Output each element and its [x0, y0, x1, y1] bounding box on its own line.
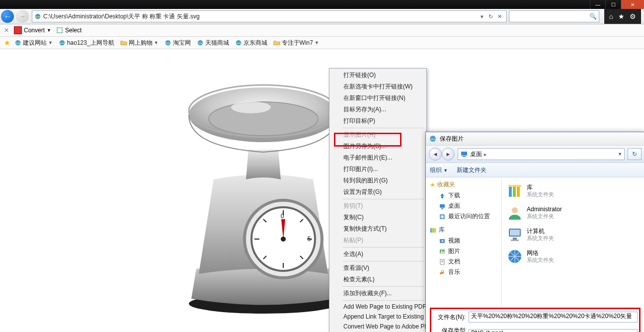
organize-button[interactable]: 组织 ▼ — [430, 166, 448, 174]
favorites-bar: ★ 建议网站▼hao123_上网导航网上购物▼淘宝网天猫商城京东商城专注于Win… — [0, 37, 644, 49]
filetype-select[interactable]: PNG (*.png) — [469, 329, 638, 332]
context-menu-item[interactable]: 打印图片(I)... — [329, 164, 426, 175]
context-menu-item[interactable]: 打开链接(O) — [329, 70, 426, 81]
svg-rect-49 — [510, 230, 520, 236]
sidebar-item[interactable]: 文档 — [430, 256, 499, 267]
context-menu: 打开链接(O)在新选项卡中打开链接(W)在新窗口中打开链接(N)目标另存为(A)… — [329, 68, 427, 332]
crumb-dropdown-icon[interactable]: ▼ — [618, 152, 622, 157]
save-picture-dialog: 保存图片 ◄ ► 桌面 ▸ ▼ ↻ 组织 ▼ 新建文件夹 ★ — [425, 132, 644, 332]
address-dropdown-icon[interactable]: ▾ — [478, 13, 486, 20]
context-menu-item[interactable]: 添加到收藏夹(F)... — [329, 288, 426, 299]
close-button[interactable]: ✕ — [621, 0, 644, 9]
window-titlebar: — ☐ ✕ — [0, 0, 644, 9]
sidebar-favorites-header[interactable]: ★ 收藏夹 — [430, 180, 499, 189]
refresh-icon[interactable]: ↻ — [486, 13, 495, 20]
context-menu-item[interactable]: Append Link Target to Existing PDF — [329, 312, 426, 322]
context-menu-item[interactable]: 在新窗口中打开链接(N) — [329, 92, 426, 104]
svg-point-33 — [441, 215, 444, 218]
context-menu-item[interactable]: 图片另存为(S)... — [329, 141, 426, 152]
crumb-arrow-icon: ▸ — [484, 152, 486, 157]
svg-rect-51 — [511, 240, 519, 241]
file-list-item[interactable]: 网络系统文件夹 — [505, 246, 606, 267]
context-menu-item[interactable]: 转到我的图片(G) — [329, 175, 426, 186]
sidebar-libraries-header[interactable]: 库 — [430, 226, 499, 234]
dialog-fields: 文件名(N): 天平%20%20称%20%20称重%20%20%20卡通%20%… — [426, 307, 644, 332]
favorites-star-icon[interactable]: ★ — [618, 12, 625, 20]
favorite-item[interactable]: 京东商城 — [235, 39, 267, 47]
convert-button[interactable]: Convert ▼ — [14, 26, 51, 34]
dialog-forward-button[interactable]: ► — [442, 148, 455, 161]
favorite-item[interactable]: 淘宝网 — [164, 39, 191, 47]
menu-separator — [342, 261, 424, 261]
star-icon: ★ — [430, 181, 435, 188]
context-menu-item[interactable]: 查看源(V) — [329, 262, 426, 274]
context-menu-item[interactable]: 打印目标(P) — [329, 115, 426, 127]
minimize-button[interactable]: — — [590, 0, 605, 9]
file-list-item[interactable]: 计算机系统文件夹 — [505, 224, 606, 245]
dialog-body: ★ 收藏夹 下载桌面最近访问的位置 库 视频图片文档音乐 库系统文件夹Admin… — [426, 177, 644, 307]
sidebar-item[interactable]: 音乐 — [430, 267, 499, 277]
sidebar-item[interactable]: 下载 — [430, 190, 499, 201]
back-button[interactable]: ← — [1, 10, 14, 23]
browser-sysicons: ⌂ ★ ⚙ — [604, 9, 641, 24]
breadcrumb[interactable]: 桌面 ▸ ▼ — [458, 148, 625, 160]
forward-button[interactable]: → — [16, 10, 29, 23]
context-menu-item[interactable]: 在新选项卡中打开链接(W) — [329, 81, 426, 92]
favorite-item[interactable]: 专注于Win7▼ — [273, 39, 319, 47]
address-bar[interactable]: C:\Users\Administrator\Desktop\天平 称 称重 卡… — [32, 10, 507, 22]
svg-rect-34 — [430, 228, 432, 233]
svg-text:0: 0 — [281, 213, 284, 220]
toolbar-close-icon[interactable]: ✕ — [4, 27, 9, 34]
favorite-item[interactable]: 天猫商城 — [197, 39, 229, 47]
context-menu-item[interactable]: 电子邮件图片(E)... — [329, 152, 426, 164]
sidebar-item[interactable]: 图片 — [430, 246, 499, 256]
context-menu-item[interactable]: Convert Web Page to Adobe PDF — [329, 322, 426, 332]
select-button[interactable]: Select — [56, 27, 81, 34]
favorite-item[interactable]: hao123_上网导航 — [59, 39, 114, 47]
maximize-button[interactable]: ☐ — [605, 0, 621, 9]
add-favorite-star-icon[interactable]: ★ — [4, 39, 10, 47]
sidebar-item[interactable]: 最近访问的位置 — [430, 211, 499, 222]
svg-point-21 — [281, 237, 286, 242]
sidebar-item[interactable]: 桌面 — [430, 201, 499, 211]
file-list-item[interactable]: 库系统文件夹 — [505, 180, 606, 201]
breadcrumb-label: 桌面 — [470, 150, 482, 159]
stop-icon[interactable]: ✕ — [495, 13, 504, 20]
svg-rect-46 — [517, 186, 520, 197]
favorite-item[interactable]: 建议网站▼ — [14, 39, 53, 47]
context-menu-item[interactable]: 复制(C) — [329, 212, 426, 223]
svg-point-26 — [231, 101, 271, 113]
convert-toolbar: ✕ Convert ▼ Select — [0, 24, 644, 37]
context-menu-item: 剪切(T) — [329, 200, 426, 212]
filename-input[interactable]: 天平%20%20称%20%20称重%20%20%20卡通%20%20矢量 — [469, 312, 638, 323]
context-menu-item[interactable]: 检查元素(L) — [329, 274, 426, 285]
sidebar-item[interactable]: 视频 — [430, 236, 499, 246]
context-menu-item[interactable]: 设置为背景(G) — [329, 186, 426, 198]
svg-point-47 — [512, 207, 518, 213]
svg-rect-36 — [434, 228, 436, 233]
favorite-item[interactable]: 网上购物▼ — [120, 39, 159, 47]
context-menu-item[interactable]: 全选(A) — [329, 249, 426, 260]
convert-label: Convert — [24, 27, 45, 34]
context-menu-item: 粘贴(P) — [329, 235, 426, 246]
dialog-sidebar: ★ 收藏夹 下载桌面最近访问的位置 库 视频图片文档音乐 — [426, 177, 502, 307]
select-label: Select — [65, 27, 81, 34]
new-folder-button[interactable]: 新建文件夹 — [457, 166, 486, 174]
context-menu-item[interactable]: 目标另存为(A)... — [329, 104, 426, 115]
svg-rect-29 — [463, 156, 466, 157]
context-menu-item[interactable]: 复制快捷方式(T) — [329, 223, 426, 235]
filetype-label: 保存类型(T): — [433, 327, 466, 332]
dialog-title: 保存图片 — [440, 135, 464, 143]
settings-gear-icon[interactable]: ⚙ — [630, 12, 636, 20]
dialog-refresh-button[interactable]: ↻ — [628, 148, 642, 160]
scale-image[interactable]: 0 5 — [184, 55, 343, 314]
svg-rect-45 — [513, 186, 516, 197]
svg-rect-50 — [513, 238, 517, 240]
search-box[interactable]: 🔍 — [509, 10, 599, 22]
menu-separator — [342, 199, 424, 199]
context-menu-item[interactable]: Add Web Page to Existing PDF — [329, 302, 426, 312]
file-list-item[interactable]: Administrator系统文件夹 — [505, 202, 606, 223]
home-icon[interactable]: ⌂ — [609, 12, 613, 20]
dialog-back-button[interactable]: ◄ — [429, 148, 442, 161]
page-content: 0 5 打开链接(O)在新选项卡中打开链接(W)在新窗口中打开链接(N)目标另存… — [0, 49, 644, 332]
